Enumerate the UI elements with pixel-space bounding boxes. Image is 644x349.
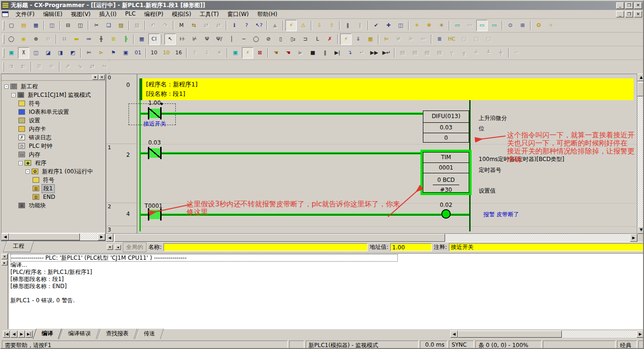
- menu-9[interactable]: 窗口(W): [223, 9, 253, 19]
- menu-2[interactable]: 编辑(E): [39, 9, 67, 19]
- toolbar-grip[interactable]: [3, 48, 4, 58]
- tree-item-program1-symbols[interactable]: 符号: [1, 176, 105, 184]
- view-properties-icon[interactable]: ◩: [67, 47, 78, 59]
- tab-last-button[interactable]: ▶|: [26, 331, 33, 338]
- toolbar-grip[interactable]: [3, 34, 4, 44]
- monitor-hex-icon[interactable]: 16: [173, 47, 184, 59]
- scroll-thumb[interactable]: [9, 233, 80, 240]
- monitor-signed-decimal-icon[interactable]: 10: [161, 47, 172, 59]
- tree-expander[interactable]: -: [26, 170, 30, 174]
- child-minimize-button[interactable]: _: [616, 11, 624, 17]
- mdi-child-icon[interactable]: [2, 11, 9, 17]
- rung-margin-1[interactable]: 1 2: [106, 144, 137, 203]
- section-comment-box[interactable]: [程序名 : 新程序1] [段名称 : 段1]: [142, 78, 634, 100]
- new-instruction-icon[interactable]: ▯: [275, 34, 286, 45]
- new-differentiated-instruction-icon[interactable]: ▯₂: [287, 34, 299, 45]
- select-mode-icon[interactable]: ↖: [164, 34, 176, 45]
- transfer-to-plc-icon[interactable]: ⇩: [314, 20, 325, 31]
- simulator-connect-icon[interactable]: ▣: [230, 47, 241, 59]
- scroll-left-button[interactable]: ◀: [450, 331, 458, 338]
- print-preview-icon[interactable]: ◫: [75, 20, 86, 31]
- release-password-icon[interactable]: ✧: [545, 20, 557, 31]
- tree-item-plc-clock[interactable]: ◷PLC 时钟: [1, 142, 105, 150]
- program-syntax-check-icon[interactable]: ✳: [436, 20, 447, 31]
- view-report-icon[interactable]: ◫: [46, 20, 58, 31]
- add-section-icon[interactable]: ✚: [383, 20, 394, 31]
- copy-icon[interactable]: ❏: [103, 20, 114, 31]
- menu-10[interactable]: 帮助(H): [253, 9, 282, 19]
- toolbar-grip[interactable]: [3, 62, 4, 71]
- set-password-icon[interactable]: ✪: [533, 20, 544, 31]
- pause-monitoring-icon[interactable]: ‖: [342, 20, 353, 31]
- time-chart-monitor-icon[interactable]: ▦: [365, 34, 376, 45]
- zoom-highlight-icon[interactable]: ◉: [18, 34, 29, 45]
- scroll-thumb[interactable]: [114, 234, 445, 242]
- monitor-decimal-icon[interactable]: 10: [148, 47, 160, 59]
- menu-3[interactable]: 视图(V): [67, 9, 95, 19]
- scroll-right-button[interactable]: ▶: [636, 331, 644, 338]
- contact-t0001-open-contact[interactable]: [149, 210, 160, 219]
- step-into-icon[interactable]: ↴: [344, 47, 355, 59]
- ladder-editor[interactable]: 0 0 1 2 2 4 3 [程序名 : 新程序1] [段名称 : 段1] 1.…: [106, 74, 637, 234]
- output-horizontal-scrollbar[interactable]: ◀ ▶: [450, 331, 644, 338]
- monitor-window-icon[interactable]: ▭: [476, 20, 488, 31]
- tree-expander[interactable]: -: [11, 93, 16, 97]
- compile-output-text[interactable]: ---------------- PLC: '新PLC1' (PLC机型 'CJ…: [8, 253, 644, 329]
- show-comment-list-icon[interactable]: ≔: [83, 34, 94, 45]
- cross-reference-report-icon[interactable]: ⊙: [505, 20, 516, 31]
- context-help-icon[interactable]: ↖?: [253, 20, 265, 31]
- data-trace-window-icon[interactable]: ▭: [489, 20, 500, 31]
- menu-6[interactable]: 编程(P): [140, 9, 168, 19]
- ladder-vertical-scrollbar[interactable]: ▲ ▼: [637, 74, 644, 234]
- force-on-icon[interactable]: ⊨: [381, 34, 392, 45]
- view-cross-reference-icon[interactable]: ◪: [43, 47, 54, 59]
- tree-expander[interactable]: -: [18, 161, 23, 165]
- find-icon[interactable]: M: [176, 20, 187, 31]
- view-symbols-icon[interactable]: ◫: [30, 47, 42, 59]
- output-expand-button[interactable]: ▸: [1, 260, 8, 265]
- work-online-simulator-icon[interactable]: ⚡: [340, 34, 352, 45]
- continuous-step-run-icon[interactable]: ▶▶: [369, 47, 380, 59]
- tab-project[interactable]: 工程: [3, 241, 34, 252]
- print-icon[interactable]: ⊟: [62, 20, 74, 31]
- simulator-exit-icon[interactable]: ⊠: [254, 47, 266, 59]
- new-closed-contact-icon[interactable]: ⊬: [189, 34, 200, 45]
- mnemonic-view-icon[interactable]: ▦: [136, 34, 147, 45]
- tree-item-memory-card[interactable]: 内存卡: [1, 125, 105, 133]
- work-online-icon[interactable]: ⚡: [285, 20, 297, 31]
- scan-run-once-icon[interactable]: ▶↵: [381, 47, 392, 59]
- tree-item-function-blocks[interactable]: ≣功能块: [1, 201, 105, 210]
- difu-instruction-block[interactable]: DIFU(013) 0.03 0: [423, 111, 469, 143]
- view-mnemonics-icon[interactable]: ⊼: [18, 47, 29, 59]
- tree-item-program-folder[interactable]: -◆程序: [1, 159, 105, 167]
- pause-icon[interactable]: ‖: [319, 47, 331, 59]
- ci-view-icon[interactable]: CI: [148, 34, 160, 45]
- contact-1.00-closed-contact[interactable]: [149, 109, 160, 118]
- compile-program-icon[interactable]: ✳: [411, 20, 422, 31]
- cut-icon[interactable]: ✂: [91, 20, 102, 31]
- view-address-reference-icon[interactable]: ◨: [55, 47, 66, 59]
- simulator-work-online-icon[interactable]: ⚡: [242, 47, 253, 59]
- tab-first-button[interactable]: |◀: [3, 331, 10, 338]
- check-program-icon[interactable]: ✔: [370, 20, 382, 31]
- tim-instruction-block[interactable]: TIM 0001 0 BCD #30: [421, 150, 472, 195]
- scroll-right-button[interactable]: ▶: [630, 234, 637, 242]
- replace-icon[interactable]: ⇆: [188, 20, 199, 31]
- scroll-left-button[interactable]: ◀: [106, 234, 113, 242]
- compile-and-transfer-icon[interactable]: ❋: [423, 20, 435, 31]
- tree-expander[interactable]: -: [4, 85, 9, 89]
- show-io-comment-icon[interactable]: ╫: [95, 34, 107, 45]
- watch-sheet-icon[interactable]: ⊳: [95, 47, 107, 59]
- symbol-comment-input[interactable]: [449, 243, 644, 251]
- binary-display-icon[interactable]: 01: [132, 47, 144, 59]
- paste-icon[interactable]: ▨: [115, 20, 127, 31]
- step-run-icon[interactable]: ▶|: [332, 47, 343, 59]
- menu-8[interactable]: 工具(T): [196, 9, 223, 19]
- line-connector-icon[interactable]: L: [312, 34, 323, 45]
- tree-item-settings[interactable]: 设置: [1, 116, 105, 125]
- new-closed-contact-or-icon[interactable]: Ψ/: [214, 34, 225, 45]
- close-button[interactable]: ✕: [634, 2, 642, 9]
- show-rung-annotation-icon[interactable]: ≣: [108, 34, 119, 45]
- tree-item-project-root[interactable]: -☷新工程: [1, 82, 105, 91]
- compare-with-plc-icon[interactable]: ⇧: [326, 20, 337, 31]
